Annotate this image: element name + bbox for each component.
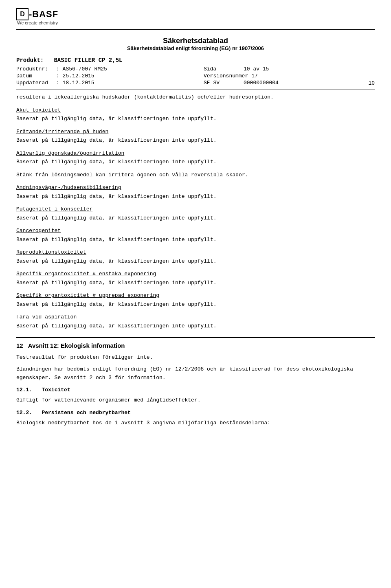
subsection-text-ogon: Baserat på tillgänglig data, är klassifi… [16, 158, 375, 166]
subsection-text-akut: Baserat på tillgänglig data, är klassifi… [16, 115, 375, 123]
section-122-title-text: Persistens och nedbrytbarhet [42, 410, 130, 416]
section-12-para2: Blandningen har bedömts enligt förordnin… [16, 365, 375, 382]
subsection-stank: Stänk från lösningsmedel kan irritera ög… [16, 171, 375, 179]
subsection-mutagenitet: Mutagenitet i könsceller Baserat på till… [16, 205, 375, 222]
subsection-specifik-enstaka: Specifik organtoxicitet # enstaka expone… [16, 270, 375, 287]
intro-text: resultera i ickeallergiska hudskador (ko… [16, 93, 375, 101]
subsection-text-reproduktion: Baserat på tillgänglig data, är klassifi… [16, 257, 375, 265]
section-121-title: 12.1. Toxicitet [16, 386, 375, 395]
section-12-number: 12 [16, 342, 23, 349]
logo-area: D - BASF We create chemistry [16, 8, 58, 25]
meta-row-produktnr: Produktnr: : AS56-7007 RM25 [16, 66, 187, 72]
meta-row-datum: Datum : 25.12.2015 [16, 73, 187, 79]
produktnr-value: : AS56-7007 RM25 [56, 66, 107, 72]
product-label: Produkt: [16, 57, 44, 64]
product-info: Produkt: BASIC FILLER CP 2,5L Produktnr:… [16, 57, 375, 86]
sesv-label: SE SV [204, 80, 240, 86]
subsection-text-specifik-upprepad: Baserat på tillgänglig data, är klassifi… [16, 301, 375, 309]
product-name-value: BASIC FILLER CP 2,5L [54, 57, 122, 64]
subsection-text-specifik-enstaka: Baserat på tillgänglig data, är klassifi… [16, 279, 375, 287]
section-12-title: 12 Avsnitt 12: Ekologisk information [16, 342, 125, 349]
subsection-text-fratande: Baserat på tillgänglig data, är klassifi… [16, 136, 375, 145]
content-area: resultera i ickeallergiska hudskador (ko… [16, 93, 375, 330]
sesv-value: 00000000004 [244, 80, 279, 86]
section-12-header: 12 Avsnitt 12: Ekologisk information [16, 337, 375, 349]
sub-title: Säkerhetsdatablad enligt förordning (EG)… [16, 45, 375, 51]
section-12-para1: Testresultat för produkten föreligger in… [16, 353, 375, 362]
page-number: 10 [368, 80, 375, 86]
version-label: Versionsnummer [204, 73, 248, 79]
logo-tagline: We create chemistry [17, 20, 58, 25]
produktnr-label: Produktnr: [16, 66, 53, 72]
subsection-title-specifik-enstaka: Specifik organtoxicitet # enstaka expone… [16, 270, 375, 278]
section-121-number: 12.1. [16, 387, 32, 393]
section-12-title-text: Avsnitt 12: Ekologisk information [28, 342, 125, 349]
subsection-aspiration: Fara vid aspiration Baserat på tillgängl… [16, 313, 375, 330]
subsection-title-andning: Andningsvägar-/hudsensibilisering [16, 184, 375, 192]
meta-row-sida: Sida 10 av 15 [204, 66, 375, 72]
subsection-reproduktion: Reproduktionstoxicitet Baserat på tillgä… [16, 248, 375, 265]
sida-value: 10 av 15 [244, 66, 269, 72]
logo-basf-text: BASF [32, 9, 58, 20]
version-value: 17 [251, 73, 258, 79]
subsection-title-specifik-upprepad: Specifik organtoxicitet # upprepad expon… [16, 292, 375, 300]
section-12-content: Testresultat för produkten föreligger in… [16, 353, 375, 428]
subsection-text-mutagenitet: Baserat på tillgänglig data, är klassifi… [16, 214, 375, 222]
section-122-number: 12.2. [16, 410, 32, 416]
logo-dash: - [29, 9, 32, 20]
main-title: Säkerhetsdatablad [16, 37, 375, 45]
subsection-specifik-upprepad: Specifik organtoxicitet # upprepad expon… [16, 292, 375, 308]
section-121-text: Giftigt för vattenlevande organismer med… [16, 396, 375, 405]
datum-label: Datum [16, 73, 53, 79]
section-121-title-text: Toxicitet [42, 387, 70, 393]
subsection-title-akut: Akut toxicitet [16, 106, 375, 114]
basf-logo: D - BASF [16, 8, 58, 20]
section-122-title: 12.2. Persistens och nedbrytbarhet [16, 409, 375, 417]
meta-row-sesv: SE SV 00000000004 [204, 80, 375, 86]
page-header: D - BASF We create chemistry [16, 8, 375, 30]
sida-label: Sida [204, 66, 240, 72]
subsection-text-stank: Stänk från lösningsmedel kan irritera ög… [16, 171, 375, 179]
subsection-title-cancer: Cancerogenitet [16, 227, 375, 235]
subsection-akut-toxicitet: Akut toxicitet Baserat på tillgänglig da… [16, 106, 375, 123]
subsection-title-mutagenitet: Mutagenitet i könsceller [16, 205, 375, 213]
subsection-cancer: Cancerogenitet Baserat på tillgänglig da… [16, 227, 375, 244]
product-name: Produkt: BASIC FILLER CP 2,5L [16, 57, 375, 64]
uppdaterad-value: : 18.12.2015 [56, 80, 94, 86]
section-122-text: Biologisk nedbrytbarhet hos de i avsnitt… [16, 419, 375, 428]
divider-top [16, 90, 375, 90]
subsection-text-aspiration: Baserat på tillgänglig data, är klassifi… [16, 322, 375, 330]
subsection-title-aspiration: Fara vid aspiration [16, 313, 375, 321]
subsection-title-ogon: Allvarlig ögonskada/ögonirritation [16, 149, 375, 158]
subsection-ogon: Allvarlig ögonskada/ögonirritation Baser… [16, 149, 375, 166]
subsection-text-andning: Baserat på tillgänglig data, är klassifi… [16, 193, 375, 201]
meta-row-uppdaterad: Uppdaterad : 18.12.2015 [16, 80, 187, 86]
page: D - BASF We create chemistry Säkerhetsda… [0, 0, 391, 447]
uppdaterad-label: Uppdaterad [16, 80, 53, 86]
subsection-title-fratande: Frätande/irriterande på huden [16, 128, 375, 136]
title-section: Säkerhetsdatablad Säkerhetsdatablad enli… [16, 37, 375, 51]
subsection-title-reproduktion: Reproduktionstoxicitet [16, 248, 375, 257]
subsection-andning: Andningsvägar-/hudsensibilisering Basera… [16, 184, 375, 200]
subsection-text-cancer: Baserat på tillgänglig data, är klassifi… [16, 236, 375, 244]
subsection-fratande: Frätande/irriterande på huden Baserat på… [16, 128, 375, 145]
logo-d-box: D [16, 8, 29, 20]
meta-row-version: Versionsnummer 17 [204, 73, 375, 79]
datum-value: : 25.12.2015 [56, 73, 94, 79]
